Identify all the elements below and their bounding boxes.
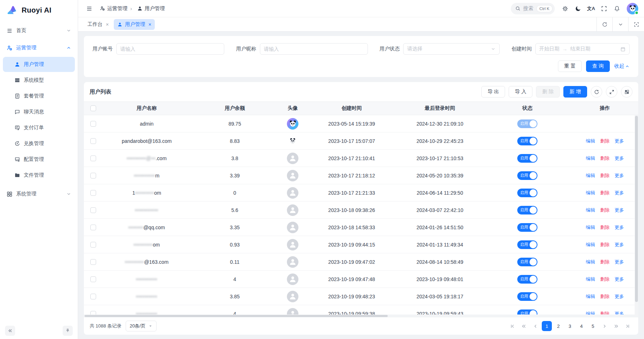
more-link[interactable]: 更多 bbox=[614, 259, 624, 265]
edit-link[interactable]: 编辑 bbox=[586, 276, 595, 282]
page-number-button[interactable]: 1 bbox=[542, 321, 552, 331]
status-toggle[interactable]: 启用 bbox=[517, 223, 537, 232]
more-link[interactable]: 更多 bbox=[614, 155, 624, 162]
edit-link[interactable]: 编辑 bbox=[586, 224, 595, 231]
sidebar-item[interactable]: 套餐管理 bbox=[3, 89, 75, 104]
global-search[interactable]: 搜索 Ctrl K bbox=[511, 3, 555, 14]
fullscreen-button[interactable] bbox=[599, 3, 609, 14]
more-link[interactable]: 更多 bbox=[614, 224, 624, 231]
account-input[interactable] bbox=[116, 43, 224, 55]
tab[interactable]: 工作台 × bbox=[84, 19, 112, 30]
last-page-button[interactable] bbox=[622, 321, 632, 331]
sidebar-item[interactable]: 用户管理 bbox=[3, 57, 75, 72]
sidebar-item[interactable]: 配置管理 bbox=[3, 152, 75, 167]
sidebar-section-system[interactable]: 系统管理 bbox=[0, 186, 78, 202]
add-button[interactable]: 新 增 bbox=[563, 86, 587, 98]
reset-button[interactable]: 重 置 bbox=[558, 60, 582, 72]
delete-link[interactable]: 删除 bbox=[600, 172, 609, 179]
status-toggle[interactable]: 启用 bbox=[517, 275, 537, 284]
date-range-picker[interactable]: 开始日期 → 结束日期 bbox=[535, 43, 630, 55]
more-link[interactable]: 更多 bbox=[614, 172, 624, 179]
sidebar-item-home[interactable]: 首页 bbox=[0, 23, 78, 38]
row-checkbox[interactable] bbox=[90, 294, 96, 299]
language-button[interactable]: 文A bbox=[586, 3, 596, 14]
prev-page-button[interactable] bbox=[530, 321, 540, 331]
page-size-select[interactable]: 20条/页 bbox=[126, 321, 157, 331]
status-toggle[interactable]: 启用 bbox=[517, 137, 537, 145]
row-checkbox[interactable] bbox=[90, 207, 96, 213]
edit-link[interactable]: 编辑 bbox=[586, 172, 595, 179]
delete-link[interactable]: 删除 bbox=[600, 190, 609, 196]
tab[interactable]: 用户管理 × bbox=[114, 19, 155, 30]
delete-link[interactable]: 删除 bbox=[600, 224, 609, 231]
tab-list-button[interactable] bbox=[612, 17, 628, 31]
row-checkbox[interactable] bbox=[90, 173, 96, 178]
more-link[interactable]: 更多 bbox=[614, 138, 624, 144]
next-page-button[interactable] bbox=[599, 321, 609, 331]
status-toggle[interactable]: 启用 bbox=[517, 189, 537, 197]
delete-link[interactable]: 删除 bbox=[600, 241, 609, 248]
edit-link[interactable]: 编辑 bbox=[586, 155, 595, 162]
delete-link[interactable]: 删除 bbox=[600, 276, 609, 282]
export-button[interactable]: 导 出 bbox=[481, 86, 505, 98]
status-select[interactable]: 请选择 bbox=[403, 43, 500, 55]
close-tab-icon[interactable]: × bbox=[148, 22, 151, 27]
query-button[interactable]: 查 询 bbox=[586, 60, 610, 72]
more-link[interactable]: 更多 bbox=[614, 190, 624, 196]
horizontal-scrollbar[interactable] bbox=[84, 315, 635, 317]
page-number-button[interactable]: 5 bbox=[588, 321, 598, 331]
status-toggle[interactable]: 启用 bbox=[517, 171, 537, 180]
status-toggle[interactable]: 启用 bbox=[517, 240, 537, 249]
sidebar-section-operations[interactable]: 运营管理 bbox=[0, 40, 78, 55]
breadcrumb-item[interactable]: 运营管理 bbox=[100, 5, 127, 12]
column-settings-button[interactable] bbox=[621, 86, 632, 98]
notifications-button[interactable] bbox=[612, 3, 622, 14]
hamburger-menu-button[interactable] bbox=[84, 3, 95, 14]
row-checkbox[interactable] bbox=[90, 138, 96, 144]
edit-link[interactable]: 编辑 bbox=[586, 138, 595, 144]
edit-link[interactable]: 编辑 bbox=[586, 190, 595, 196]
brand-logo[interactable]: Ruoyi AI bbox=[0, 0, 78, 20]
more-link[interactable]: 更多 bbox=[614, 293, 624, 300]
delete-link[interactable]: 删除 bbox=[600, 293, 609, 300]
more-link[interactable]: 更多 bbox=[614, 207, 624, 213]
row-checkbox[interactable] bbox=[90, 121, 96, 127]
jump-forward-button[interactable] bbox=[611, 321, 621, 331]
fullscreen-table-button[interactable] bbox=[606, 86, 617, 98]
edit-link[interactable]: 编辑 bbox=[586, 259, 595, 265]
more-link[interactable]: 更多 bbox=[614, 276, 624, 282]
status-toggle[interactable]: 启用 bbox=[517, 206, 537, 214]
row-checkbox[interactable] bbox=[90, 242, 96, 248]
delete-link[interactable]: 删除 bbox=[600, 155, 609, 162]
status-toggle[interactable]: 启用 bbox=[517, 258, 537, 266]
status-toggle[interactable]: 启用 bbox=[517, 292, 537, 301]
delete-link[interactable]: 删除 bbox=[600, 138, 609, 144]
edit-link[interactable]: 编辑 bbox=[586, 207, 595, 213]
sidebar-item[interactable]: 系统模型 bbox=[3, 73, 75, 88]
delete-button[interactable]: 删 除 bbox=[536, 86, 560, 98]
delete-link[interactable]: 删除 bbox=[600, 259, 609, 265]
import-button[interactable]: 导 入 bbox=[509, 86, 532, 98]
status-toggle[interactable]: 启用 bbox=[517, 154, 537, 163]
row-checkbox[interactable] bbox=[90, 259, 96, 265]
edit-link[interactable]: 编辑 bbox=[586, 293, 595, 300]
user-avatar-menu[interactable] bbox=[627, 3, 638, 14]
jump-back-button[interactable] bbox=[519, 321, 529, 331]
page-number-button[interactable]: 3 bbox=[565, 321, 575, 331]
sidebar-item[interactable]: 聊天消息 bbox=[3, 104, 75, 119]
settings-button[interactable] bbox=[560, 3, 571, 14]
select-all-checkbox[interactable] bbox=[90, 105, 96, 111]
more-link[interactable]: 更多 bbox=[614, 241, 624, 248]
row-checkbox[interactable] bbox=[90, 190, 96, 196]
maximize-content-button[interactable] bbox=[628, 17, 644, 31]
first-page-button[interactable] bbox=[507, 321, 517, 331]
dark-mode-button[interactable] bbox=[573, 3, 584, 14]
sidebar-item[interactable]: 兑换管理 bbox=[3, 136, 75, 151]
vertical-scrollbar[interactable] bbox=[635, 115, 638, 317]
sidebar-item[interactable]: 文件管理 bbox=[3, 168, 75, 183]
close-tab-icon[interactable]: × bbox=[106, 22, 109, 27]
collapse-filter-link[interactable]: 收起 bbox=[614, 63, 630, 69]
nickname-input[interactable] bbox=[260, 43, 368, 55]
row-checkbox[interactable] bbox=[90, 225, 96, 230]
breadcrumb-item[interactable]: › 用户管理 bbox=[130, 5, 165, 12]
